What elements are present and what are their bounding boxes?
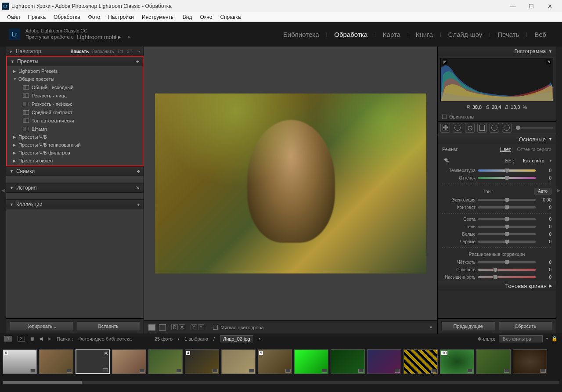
- redeye-tool[interactable]: [465, 123, 475, 133]
- left-collapse-handle[interactable]: ◀: [0, 47, 6, 334]
- nav-back-icon[interactable]: ◀: [39, 336, 43, 342]
- snapshots-scrollbar[interactable]: [6, 176, 144, 183]
- filmstrip[interactable]: 6⇱4510: [0, 343, 562, 380]
- module-Карта[interactable]: Карта: [376, 31, 407, 38]
- flag-icon[interactable]: [176, 369, 181, 373]
- image-viewport[interactable]: [144, 47, 437, 320]
- nav-forward-icon[interactable]: ▶: [48, 336, 51, 342]
- zoom-3:1[interactable]: 3:1: [127, 49, 133, 54]
- exposure-slider[interactable]: Экспозиция0,00: [438, 196, 556, 204]
- preset-folder[interactable]: ▶Пресеты Ч/Б: [7, 133, 143, 141]
- tone-curve-header[interactable]: Тоновая кривая ▶: [438, 281, 556, 291]
- flag-icon[interactable]: [322, 369, 327, 373]
- presets-header[interactable]: ▼ Пресеты +: [7, 57, 143, 66]
- radial-tool[interactable]: [490, 123, 499, 133]
- histogram-chart[interactable]: ◤◥: [440, 58, 553, 102]
- flag-icon[interactable]: [540, 369, 546, 373]
- shadows-slider[interactable]: Тени0: [438, 223, 556, 230]
- before-after-button[interactable]: [159, 324, 166, 331]
- thumbnail[interactable]: 4: [185, 349, 219, 374]
- tint-slider[interactable]: Оттенок 0: [438, 174, 556, 182]
- menu-фото[interactable]: Фото: [85, 13, 104, 21]
- lightroom-mobile-link[interactable]: Lightroom mobile: [77, 34, 121, 41]
- menu-файл[interactable]: Файл: [4, 13, 24, 21]
- menu-вид[interactable]: Вид: [179, 13, 196, 21]
- blacks-slider[interactable]: Чёрные0: [438, 238, 556, 245]
- menu-справка[interactable]: Справка: [216, 13, 244, 21]
- menu-обработка[interactable]: Обработка: [50, 13, 84, 21]
- chevron-down-icon[interactable]: ▾: [546, 337, 548, 341]
- preset-folder[interactable]: ▼Общие пресеты: [7, 75, 143, 83]
- previous-button[interactable]: Предыдущие: [441, 321, 495, 331]
- preset-item[interactable]: Резкость - лица: [7, 91, 143, 100]
- preset-folder[interactable]: ▶Пресеты видео: [7, 157, 143, 165]
- thumbnail[interactable]: [367, 349, 401, 374]
- flag-icon[interactable]: [213, 369, 218, 373]
- right-collapse-handle[interactable]: ▶: [556, 47, 562, 334]
- toolbar-menu[interactable]: ▼: [429, 325, 433, 330]
- flag-icon[interactable]: [140, 369, 145, 373]
- loupe-view-button[interactable]: [148, 324, 155, 331]
- paste-button[interactable]: Вставить: [77, 321, 140, 331]
- menu-правка[interactable]: Правка: [25, 13, 50, 21]
- thumbnail[interactable]: 6: [3, 349, 37, 374]
- module-Веб[interactable]: Веб: [527, 31, 553, 38]
- flag-icon[interactable]: [468, 369, 473, 373]
- histogram-header[interactable]: Гистограмма ▼: [438, 47, 556, 56]
- vibrance-slider[interactable]: Сочность0: [438, 266, 556, 273]
- menu-настройки[interactable]: Настройки: [104, 13, 137, 21]
- clear-history-button[interactable]: ✕: [136, 185, 140, 191]
- zoom-Заполнить[interactable]: Заполнить: [92, 49, 114, 54]
- originals-checkbox[interactable]: Оригиналы: [438, 112, 556, 121]
- add-collection-button[interactable]: +: [137, 201, 140, 208]
- gray-mode[interactable]: Оттенки серого: [517, 147, 551, 152]
- flag-icon[interactable]: [358, 369, 364, 373]
- chevron-down-icon[interactable]: ▾: [138, 50, 140, 54]
- minimize-button[interactable]: —: [507, 3, 519, 10]
- module-Библиотека[interactable]: Библиотека: [276, 31, 326, 38]
- close-button[interactable]: ✕: [544, 3, 556, 10]
- zoom-Вписать[interactable]: Вписать: [70, 49, 89, 54]
- menu-окно[interactable]: Окно: [197, 13, 216, 21]
- module-Книга[interactable]: Книга: [409, 31, 440, 38]
- flag-icon[interactable]: [285, 369, 291, 373]
- chevron-down-icon[interactable]: ▾: [259, 337, 260, 341]
- brush-tool[interactable]: [502, 123, 512, 133]
- thumbnail[interactable]: ⇱: [76, 349, 110, 374]
- crop-tool[interactable]: [440, 123, 450, 133]
- filename-field[interactable]: Лицо_02.jpg: [220, 335, 253, 342]
- filmstrip-scrollbar[interactable]: [0, 381, 562, 386]
- folder-path[interactable]: Фото-видео библиотека: [78, 336, 132, 342]
- flag-icon[interactable]: [504, 369, 509, 373]
- copy-button[interactable]: Копировать...: [10, 321, 73, 331]
- eyedropper-icon[interactable]: ✎: [442, 156, 451, 165]
- gradient-tool[interactable]: [477, 123, 487, 133]
- temperature-slider[interactable]: Температура 0: [438, 167, 556, 174]
- highlights-slider[interactable]: Света0: [438, 216, 556, 223]
- preset-item[interactable]: Резкость - пейзаж: [7, 100, 143, 108]
- compare-mode-buttons[interactable]: RA: [171, 324, 185, 330]
- contrast-slider[interactable]: Контраст0: [438, 204, 556, 211]
- saturation-slider[interactable]: Насыщенность0: [438, 273, 556, 281]
- flag-icon[interactable]: [67, 369, 72, 373]
- wb-preset-dropdown[interactable]: Как снято: [523, 158, 544, 163]
- module-Слайд-шоу[interactable]: Слайд-шоу: [441, 31, 490, 38]
- add-preset-button[interactable]: +: [136, 58, 139, 65]
- preset-item[interactable]: Штамп: [7, 125, 143, 133]
- softproof-toggle[interactable]: Мягкая цветопроба: [213, 325, 263, 330]
- filter-dropdown[interactable]: Без фильтра: [499, 335, 543, 342]
- module-Печать[interactable]: Печать: [490, 31, 526, 38]
- chevron-down-icon[interactable]: ▾: [550, 159, 551, 163]
- thumbnail[interactable]: [39, 349, 73, 374]
- screen-1-button[interactable]: 1: [4, 336, 12, 342]
- thumbnail[interactable]: [112, 349, 146, 374]
- auto-tone-button[interactable]: Авто: [534, 188, 551, 194]
- flag-icon[interactable]: [431, 369, 436, 373]
- history-scrollbar[interactable]: [6, 193, 144, 200]
- add-snapshot-button[interactable]: +: [137, 168, 140, 175]
- maximize-button[interactable]: ☐: [525, 3, 537, 10]
- shadow-clip-icon[interactable]: ◤: [443, 59, 447, 65]
- module-Обработка[interactable]: Обработка: [327, 31, 375, 38]
- preset-folder[interactable]: ▶Пресеты Ч/Б тонированный: [7, 141, 143, 149]
- filter-lock-icon[interactable]: 🔒: [551, 336, 558, 342]
